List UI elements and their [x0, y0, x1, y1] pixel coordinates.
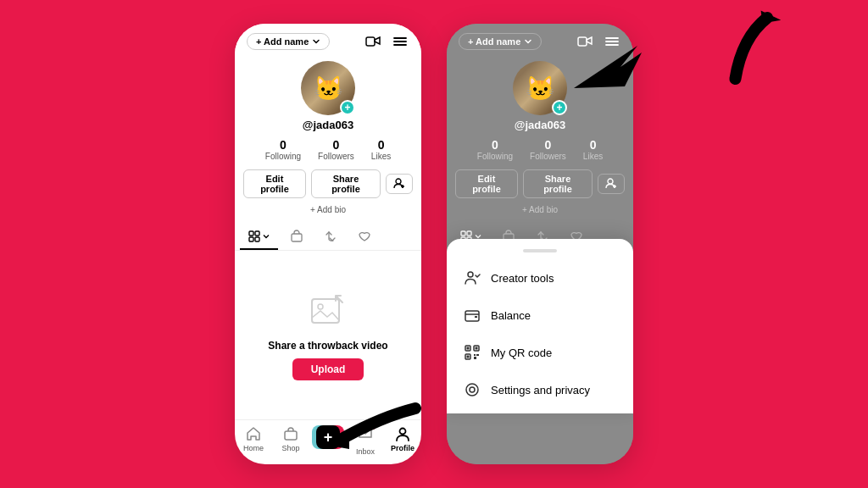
left-username: @jada063	[303, 119, 353, 131]
settings-icon	[464, 381, 481, 398]
right-add-friend-button[interactable]	[598, 174, 625, 194]
right-action-buttons: Edit profile Share profile	[455, 169, 625, 198]
left-add-friend-button[interactable]	[386, 174, 413, 194]
dropdown-menu: Creator tools Balance	[447, 239, 633, 413]
svg-point-4	[396, 179, 401, 184]
left-following-count: 0	[280, 138, 287, 152]
left-content-tabs	[235, 225, 421, 251]
right-stat-following: 0 Following	[477, 138, 513, 161]
left-nav-home-label: Home	[243, 444, 264, 452]
svg-rect-11	[292, 234, 302, 241]
svg-rect-33	[475, 316, 477, 318]
svg-rect-0	[366, 37, 375, 46]
left-upload-button[interactable]: Upload	[292, 358, 364, 380]
svg-rect-24	[461, 231, 465, 236]
left-top-icons	[364, 32, 409, 51]
svg-point-13	[318, 304, 323, 309]
right-edit-profile-button[interactable]: Edit profile	[455, 169, 518, 198]
left-profile-section: 🐱 + @jada063 0 Following 0 Followers 0 L…	[235, 56, 421, 225]
svg-rect-37	[467, 347, 470, 350]
svg-rect-32	[465, 311, 479, 321]
menu-item-balance[interactable]: Balance	[447, 297, 633, 334]
arrow-svg-profile	[331, 391, 424, 451]
left-following-label: Following	[265, 152, 301, 161]
svg-rect-8	[255, 231, 259, 236]
svg-rect-25	[467, 231, 471, 236]
arrow-to-hamburger	[557, 37, 650, 105]
menu-item-settings[interactable]: Settings and privacy	[447, 371, 633, 408]
left-add-name-button[interactable]: + Add name	[247, 33, 330, 50]
svg-rect-9	[249, 237, 253, 241]
add-person-icon	[393, 178, 405, 190]
tiktok-live-icon[interactable]	[364, 32, 382, 51]
left-followers-count: 0	[333, 138, 340, 152]
svg-rect-40	[474, 354, 476, 356]
right-stat-followers: 0 Followers	[530, 138, 566, 161]
left-action-buttons: Edit profile Share profile	[243, 169, 413, 198]
left-avatar-wrapper: 🐱 +	[301, 61, 355, 115]
svg-point-31	[468, 272, 473, 277]
phones-wrapper: + Add name	[235, 24, 633, 464]
left-content-icon	[307, 291, 349, 333]
left-nav-shop-label: Shop	[281, 444, 299, 452]
qr-icon	[464, 344, 481, 361]
right-followers-count: 0	[545, 138, 552, 152]
left-tab-bag[interactable]	[281, 225, 312, 250]
svg-point-21	[608, 179, 613, 184]
svg-rect-12	[312, 299, 339, 323]
right-share-profile-button[interactable]: Share profile	[523, 169, 593, 198]
left-stat-following: 0 Following	[265, 138, 301, 161]
left-add-bio[interactable]: + Add bio	[310, 205, 346, 214]
left-stat-likes: 0 Likes	[371, 138, 391, 161]
svg-rect-14	[285, 431, 297, 440]
svg-rect-41	[476, 354, 479, 356]
left-nav-home[interactable]: Home	[235, 425, 272, 456]
svg-point-43	[466, 384, 478, 396]
svg-rect-7	[249, 231, 253, 236]
left-tab-repost[interactable]	[315, 225, 346, 250]
left-avatar-plus[interactable]: +	[340, 100, 355, 115]
left-add-name-label: + Add name	[256, 36, 309, 47]
left-likes-count: 0	[378, 138, 385, 152]
bottom-arrow	[331, 391, 424, 454]
svg-point-44	[470, 387, 475, 392]
left-edit-profile-button[interactable]: Edit profile	[243, 169, 306, 198]
svg-rect-42	[474, 357, 476, 359]
right-add-person-icon	[605, 178, 617, 190]
menu-balance-label: Balance	[491, 309, 531, 322]
left-followers-label: Followers	[318, 152, 354, 161]
hamburger-arrow	[557, 37, 650, 108]
chevron-down-icon	[312, 37, 320, 46]
right-add-name-label: + Add name	[468, 36, 520, 47]
right-likes-label: Likes	[583, 152, 603, 161]
person-icon	[464, 269, 481, 286]
hamburger-menu-icon[interactable]	[391, 32, 409, 51]
left-content-title: Share a throwback video	[268, 340, 387, 352]
menu-qr-code-label: My QR code	[491, 347, 552, 359]
left-likes-label: Likes	[371, 152, 391, 161]
right-username: @jada063	[515, 119, 565, 131]
left-tab-heart[interactable]	[349, 225, 380, 250]
left-nav-shop[interactable]: Shop	[272, 425, 309, 456]
svg-rect-10	[255, 237, 259, 241]
right-likes-count: 0	[590, 138, 597, 152]
menu-item-creator-tools[interactable]: Creator tools	[447, 259, 633, 297]
left-stat-followers: 0 Followers	[318, 138, 354, 161]
wallet-icon	[464, 307, 481, 324]
left-share-profile-button[interactable]: Share profile	[311, 169, 381, 198]
right-add-bio[interactable]: + Add bio	[522, 205, 558, 214]
svg-rect-38	[476, 347, 478, 350]
menu-creator-tools-label: Creator tools	[491, 272, 554, 285]
left-stats-row: 0 Following 0 Followers 0 Likes	[265, 138, 391, 161]
arrow-svg-hamburger	[710, 0, 804, 93]
top-right-arrow	[710, 0, 804, 97]
right-followers-label: Followers	[530, 152, 566, 161]
right-add-name-button[interactable]: + Add name	[459, 33, 542, 50]
menu-item-qr-code[interactable]: My QR code	[447, 334, 633, 371]
right-chevron-down-icon	[524, 37, 532, 46]
left-tab-grid[interactable]	[240, 225, 278, 250]
right-stats-row: 0 Following 0 Followers 0 Likes	[477, 138, 603, 161]
menu-handle	[523, 249, 557, 252]
right-following-count: 0	[492, 138, 498, 152]
right-stat-likes: 0 Likes	[583, 138, 603, 161]
